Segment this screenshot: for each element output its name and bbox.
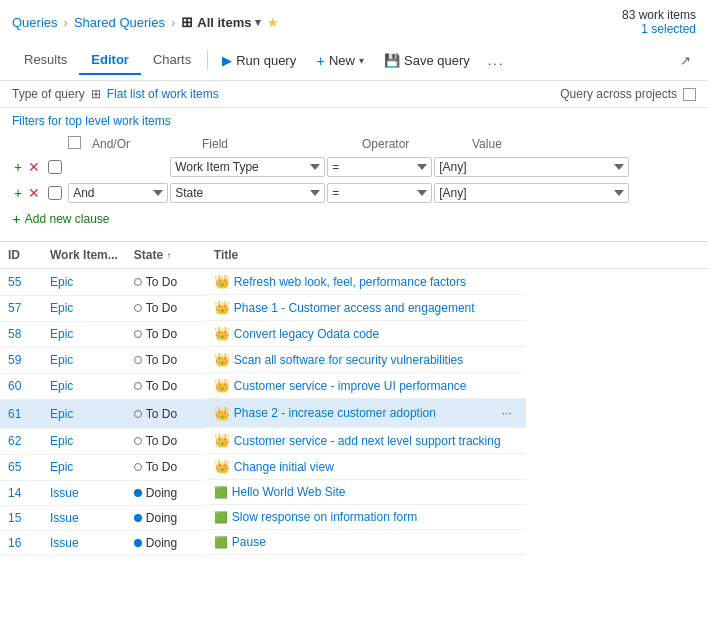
breadcrumb: Queries › Shared Queries › ⊞ All items ▾… xyxy=(0,0,708,40)
cell-id[interactable]: 58 xyxy=(0,321,42,347)
breadcrumb-chevron-icon[interactable]: ▾ xyxy=(255,16,261,29)
title-link[interactable]: Phase 2 - increase customer adoption xyxy=(234,406,436,420)
cell-type: Epic xyxy=(42,295,126,321)
run-query-button[interactable]: ▶ Run query xyxy=(212,48,306,73)
toolbar: Results Editor Charts ▶ Run query + New … xyxy=(0,40,708,81)
filter-header: And/Or Field Operator Value xyxy=(12,134,696,154)
title-link[interactable]: Change initial view xyxy=(234,460,334,474)
state-todo-icon xyxy=(134,278,142,286)
query-cross-projects-checkbox[interactable] xyxy=(683,88,696,101)
save-icon: 💾 xyxy=(384,53,400,68)
crown-icon: 👑 xyxy=(214,378,230,393)
state-doing-icon xyxy=(134,489,142,497)
breadcrumb-queries[interactable]: Queries xyxy=(12,15,58,30)
more-icon: ... xyxy=(488,53,505,68)
cell-id[interactable]: 65 xyxy=(0,454,42,480)
issue-icon: 🟩 xyxy=(214,486,228,499)
add-clause-button[interactable]: + Add new clause xyxy=(12,206,696,231)
cell-state: To Do xyxy=(126,399,206,428)
title-link[interactable]: Convert legacy Odata code xyxy=(234,327,379,341)
cell-id[interactable]: 62 xyxy=(0,428,42,454)
title-link[interactable]: Customer service - add next level suppor… xyxy=(234,434,501,448)
table-row[interactable]: 61EpicTo Do👑Phase 2 - increase customer … xyxy=(0,399,708,428)
title-link[interactable]: Customer service - improve UI performanc… xyxy=(234,379,467,393)
table-row[interactable]: 14IssueDoing🟩Hello World Web Site xyxy=(0,480,708,505)
filter-section: Filters for top level work items And/Or … xyxy=(0,108,708,235)
cell-id[interactable]: 16 xyxy=(0,530,42,555)
title-link[interactable]: Scan all software for security vulnerabi… xyxy=(234,353,463,367)
cell-state: Doing xyxy=(126,505,206,530)
title-link[interactable]: Hello World Web Site xyxy=(232,485,346,499)
crown-icon: 👑 xyxy=(214,406,230,421)
query-type-value[interactable]: Flat list of work items xyxy=(107,87,219,101)
cell-title: 🟩Pause xyxy=(206,530,526,555)
more-options-button[interactable]: ... xyxy=(480,48,513,73)
table-row[interactable]: 59EpicTo Do👑Scan all software for securi… xyxy=(0,347,708,373)
save-query-button[interactable]: 💾 Save query xyxy=(374,48,480,73)
filter-row-1-field[interactable]: Work Item Type xyxy=(170,157,325,177)
cell-id[interactable]: 60 xyxy=(0,373,42,399)
expand-button[interactable]: ↗ xyxy=(675,48,696,73)
col-header-title[interactable]: Title xyxy=(206,242,708,269)
filter-add-1-icon[interactable]: + xyxy=(12,159,24,175)
title-link[interactable]: Slow response on information form xyxy=(232,510,417,524)
tab-results[interactable]: Results xyxy=(12,46,79,75)
filter-row-1-andor[interactable] xyxy=(68,157,168,177)
col-header-state[interactable]: State ↑ xyxy=(126,242,206,269)
new-button[interactable]: + New ▾ xyxy=(306,47,374,74)
cell-id[interactable]: 15 xyxy=(0,505,42,530)
cell-id[interactable]: 61 xyxy=(0,399,42,428)
col-header-type[interactable]: Work Item... xyxy=(42,242,126,269)
filter-header-checkbox[interactable] xyxy=(68,136,81,149)
tab-editor[interactable]: Editor xyxy=(79,46,141,75)
filter-row-2-value[interactable]: [Any] xyxy=(434,183,629,203)
filter-row-2-checkbox[interactable] xyxy=(48,186,62,200)
query-cross-projects-label: Query across projects xyxy=(560,87,677,101)
results-wrapper[interactable]: ID Work Item... State ↑ Title 55EpicTo D… xyxy=(0,242,708,556)
filter-row-2-field[interactable]: State xyxy=(170,183,325,203)
filter-row-1-operator[interactable]: = xyxy=(327,157,432,177)
table-row[interactable]: 62EpicTo Do👑Customer service - add next … xyxy=(0,428,708,454)
cell-id[interactable]: 57 xyxy=(0,295,42,321)
cell-state: To Do xyxy=(126,321,206,347)
breadcrumb-shared[interactable]: Shared Queries xyxy=(74,15,165,30)
cell-title: 👑Customer service - add next level suppo… xyxy=(206,428,526,454)
title-link[interactable]: Phase 1 - Customer access and engagement xyxy=(234,301,475,315)
table-row[interactable]: 60EpicTo Do👑Customer service - improve U… xyxy=(0,373,708,399)
filter-remove-1-icon[interactable]: ✕ xyxy=(26,159,42,175)
table-row[interactable]: 57EpicTo Do👑Phase 1 - Customer access an… xyxy=(0,295,708,321)
cell-id[interactable]: 59 xyxy=(0,347,42,373)
row-more-button[interactable]: ··· xyxy=(496,404,518,422)
save-query-label: Save query xyxy=(404,53,470,68)
filter-row-2: + ✕ And State = [Any] xyxy=(12,180,696,206)
add-clause-label: Add new clause xyxy=(25,212,110,226)
table-row[interactable]: 58EpicTo Do👑Convert legacy Odata code xyxy=(0,321,708,347)
favorite-star-icon[interactable]: ★ xyxy=(267,15,279,30)
filter-header-andor: And/Or xyxy=(92,137,202,151)
breadcrumb-sep2: › xyxy=(171,15,175,30)
cell-type: Issue xyxy=(42,505,126,530)
table-row[interactable]: 65EpicTo Do👑Change initial view xyxy=(0,454,708,480)
filter-remove-2-icon[interactable]: ✕ xyxy=(26,185,42,201)
title-link[interactable]: Refresh web look, feel, performance fact… xyxy=(234,275,466,289)
filter-row-1-checkbox[interactable] xyxy=(48,160,62,174)
cell-state: Doing xyxy=(126,530,206,555)
state-todo-icon xyxy=(134,410,142,418)
table-row[interactable]: 55EpicTo Do👑Refresh web look, feel, perf… xyxy=(0,269,708,296)
cell-id[interactable]: 14 xyxy=(0,480,42,505)
table-row[interactable]: 15IssueDoing🟩Slow response on informatio… xyxy=(0,505,708,530)
title-link[interactable]: Pause xyxy=(232,535,266,549)
filter-row-1-value[interactable]: [Any] xyxy=(434,157,629,177)
state-todo-icon xyxy=(134,356,142,364)
col-header-id[interactable]: ID xyxy=(0,242,42,269)
state-todo-icon xyxy=(134,382,142,390)
cell-type: Epic xyxy=(42,373,126,399)
cell-id[interactable]: 55 xyxy=(0,269,42,296)
filter-row-2-operator[interactable]: = xyxy=(327,183,432,203)
filter-row-2-andor[interactable]: And xyxy=(68,183,168,203)
tab-charts[interactable]: Charts xyxy=(141,46,203,75)
filter-add-2-icon[interactable]: + xyxy=(12,185,24,201)
cell-state: To Do xyxy=(126,347,206,373)
crown-icon: 👑 xyxy=(214,433,230,448)
table-row[interactable]: 16IssueDoing🟩Pause xyxy=(0,530,708,555)
